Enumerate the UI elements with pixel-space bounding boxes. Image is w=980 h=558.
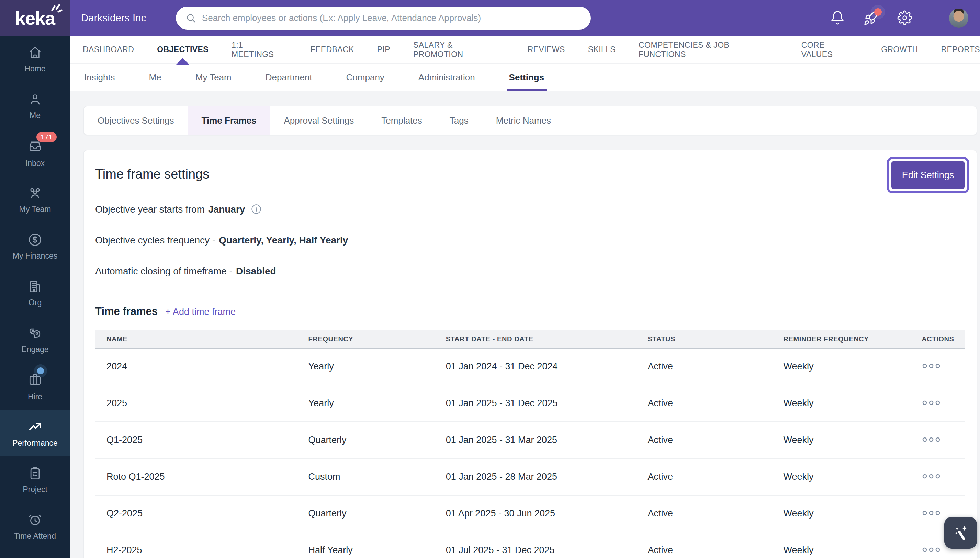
cell-frequency: Half Yearly bbox=[309, 545, 446, 556]
whats-new-button[interactable] bbox=[863, 10, 879, 26]
cycles-frequency-line: Objective cycles frequency - Quarterly, … bbox=[95, 235, 965, 246]
cell-status: Active bbox=[647, 471, 783, 482]
subnav-me[interactable]: Me bbox=[149, 64, 161, 91]
three-dots-icon bbox=[922, 363, 941, 369]
magic-wand-icon bbox=[952, 524, 970, 542]
tab-time-frames[interactable]: Time Frames bbox=[188, 107, 270, 135]
cell-name: Roto Q1-2025 bbox=[95, 471, 309, 482]
three-dots-icon bbox=[922, 400, 941, 406]
three-dots-icon bbox=[922, 437, 941, 443]
tab-tags[interactable]: Tags bbox=[436, 107, 482, 135]
keka-logo-block[interactable]: keka bbox=[0, 0, 70, 36]
cell-dates: 01 Jan 2024 - 31 Dec 2024 bbox=[446, 361, 648, 372]
user-avatar[interactable] bbox=[949, 8, 969, 28]
cell-reminder: Weekly bbox=[783, 508, 922, 519]
cell-reminder: Weekly bbox=[783, 545, 922, 556]
cell-frequency: Yearly bbox=[309, 398, 446, 409]
nav-tab-salary-promotion[interactable]: SALARY & PROMOTION bbox=[413, 41, 505, 59]
sidebar-item-time-attend[interactable]: Time Attend bbox=[0, 503, 70, 550]
sidebar-item-home[interactable]: Home bbox=[0, 36, 70, 83]
cell-frequency: Quarterly bbox=[309, 435, 446, 445]
table-row: Q2-2025 Quarterly 01 Apr 2025 - 30 Jun 2… bbox=[95, 496, 965, 532]
subnav-my-team[interactable]: My Team bbox=[195, 64, 231, 91]
sidebar-item-org[interactable]: Org bbox=[0, 269, 70, 316]
three-dots-icon bbox=[922, 473, 941, 479]
search-input[interactable] bbox=[202, 13, 581, 23]
cell-name: H2-2025 bbox=[95, 545, 309, 556]
sidebar-item-hire[interactable]: Hire bbox=[0, 363, 70, 410]
settings-tabs: Objectives Settings Time Frames Approval… bbox=[84, 106, 977, 135]
row-actions-button[interactable] bbox=[922, 398, 941, 409]
column-header-reminder: REMINDER FREQUENCY bbox=[783, 335, 922, 343]
settings-button[interactable] bbox=[897, 10, 913, 26]
edit-settings-button[interactable]: Edit Settings bbox=[891, 161, 965, 189]
sidebar-item-label: Org bbox=[28, 298, 41, 307]
table-row: Q1-2025 Quarterly 01 Jan 2025 - 31 Mar 2… bbox=[95, 422, 965, 459]
sidebar-item-engage[interactable]: Engage bbox=[0, 316, 70, 363]
company-name: Darksiders Inc bbox=[81, 12, 146, 24]
sidebar-item-project[interactable]: Project bbox=[0, 456, 70, 503]
info-value: Disabled bbox=[236, 266, 276, 277]
three-dots-icon bbox=[922, 547, 941, 553]
nav-tab-objectives[interactable]: OBJECTIVES bbox=[157, 45, 208, 54]
performance-trend-icon bbox=[27, 419, 43, 434]
row-actions-button[interactable] bbox=[922, 471, 941, 483]
tab-metric-names[interactable]: Metric Names bbox=[482, 107, 565, 135]
objective-year-line: Objective year starts from January bbox=[95, 204, 965, 215]
cell-status: Active bbox=[647, 508, 783, 519]
nav-tab-reviews[interactable]: REVIEWS bbox=[528, 45, 565, 54]
subnav-department[interactable]: Department bbox=[266, 64, 312, 91]
nav-tab-feedback[interactable]: FEEDBACK bbox=[310, 45, 354, 54]
sidebar-item-inbox[interactable]: 171 Inbox bbox=[0, 130, 70, 176]
engage-chat-icon bbox=[28, 325, 43, 341]
sidebar-item-performance[interactable]: Performance bbox=[0, 410, 70, 456]
nav-tab-competencies[interactable]: COMPETENCIES & JOB FUNCTIONS bbox=[639, 41, 778, 59]
sidebar-item-label: Me bbox=[30, 111, 41, 120]
home-icon bbox=[28, 46, 42, 60]
info-icon[interactable] bbox=[250, 204, 262, 215]
global-search[interactable] bbox=[176, 7, 591, 30]
sidebar-item-my-finances[interactable]: My Finances bbox=[0, 223, 70, 269]
cell-frequency: Quarterly bbox=[309, 508, 446, 519]
info-text: Automatic closing of timeframe - bbox=[95, 266, 233, 277]
ai-assistant-button[interactable] bbox=[944, 517, 977, 549]
tab-approval-settings[interactable]: Approval Settings bbox=[270, 107, 368, 135]
sidebar-item-label: Inbox bbox=[25, 159, 45, 168]
nav-tab-pip[interactable]: PIP bbox=[377, 45, 390, 54]
tab-objectives-settings[interactable]: Objectives Settings bbox=[84, 107, 188, 135]
add-timeframe-link[interactable]: + Add time frame bbox=[165, 307, 236, 317]
column-header-status: STATUS bbox=[647, 335, 783, 343]
cell-name: 2024 bbox=[95, 361, 309, 372]
cell-dates: 01 Jan 2025 - 28 Mar 2025 bbox=[446, 471, 648, 482]
cell-status: Active bbox=[647, 361, 783, 372]
sidebar-item-my-team[interactable]: My Team bbox=[0, 176, 70, 223]
cell-reminder: Weekly bbox=[783, 435, 922, 445]
nav-tab-skills[interactable]: SKILLS bbox=[588, 45, 616, 54]
content-area: Objectives Settings Time Frames Approval… bbox=[70, 91, 980, 558]
subnav-insights[interactable]: Insights bbox=[84, 64, 115, 91]
cell-dates: 01 Jul 2025 - 31 Dec 2025 bbox=[446, 545, 648, 556]
row-actions-button[interactable] bbox=[922, 508, 941, 519]
inbox-count-badge: 171 bbox=[36, 132, 57, 142]
nav-tab-reports[interactable]: REPORTS bbox=[941, 45, 980, 54]
notifications-button[interactable] bbox=[829, 10, 845, 26]
subnav-administration[interactable]: Administration bbox=[419, 64, 475, 91]
nav-tab-core-values[interactable]: CORE VALUES bbox=[801, 41, 859, 59]
subnav-company[interactable]: Company bbox=[346, 64, 384, 91]
row-actions-button[interactable] bbox=[922, 434, 941, 446]
timeframe-settings-card: Time frame settings Edit Settings Object… bbox=[84, 150, 977, 558]
logo-sparks-icon bbox=[50, 2, 64, 14]
gear-icon bbox=[897, 10, 912, 25]
subnav-settings[interactable]: Settings bbox=[509, 64, 545, 91]
row-actions-button[interactable] bbox=[922, 545, 941, 556]
nav-tab-1-1-meetings[interactable]: 1:1 MEETINGS bbox=[231, 41, 287, 59]
sidebar-item-me[interactable]: Me bbox=[0, 83, 70, 130]
tab-templates[interactable]: Templates bbox=[368, 107, 436, 135]
person-icon bbox=[28, 92, 42, 107]
nav-tab-dashboard[interactable]: DASHBOARD bbox=[83, 45, 134, 54]
bell-icon bbox=[830, 10, 845, 25]
row-actions-button[interactable] bbox=[922, 361, 941, 372]
app-sidebar: Home Me 171 Inbox My Team My Finances bbox=[0, 36, 70, 558]
nav-tab-growth[interactable]: GROWTH bbox=[881, 45, 918, 54]
auto-closing-line: Automatic closing of timeframe - Disable… bbox=[95, 266, 965, 277]
